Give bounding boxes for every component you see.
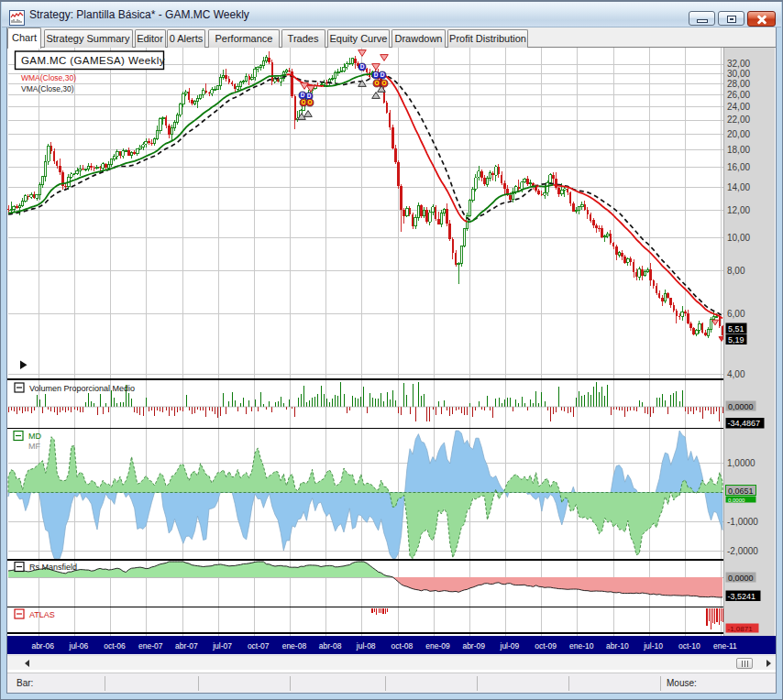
svg-text:0,0000: 0,0000 xyxy=(728,402,754,411)
svg-text:24,00: 24,00 xyxy=(727,102,750,112)
svg-text:ene-08: ene-08 xyxy=(282,641,307,651)
svg-text:8,00: 8,00 xyxy=(727,266,745,276)
svg-text:5,19: 5,19 xyxy=(728,335,744,345)
svg-text:O: O xyxy=(301,99,305,105)
svg-text:1,0000: 1,0000 xyxy=(727,458,755,468)
svg-text:-2,0000: -2,0000 xyxy=(727,546,758,556)
svg-text:32,00: 32,00 xyxy=(727,59,750,69)
svg-text:jul-07: jul-07 xyxy=(212,641,232,651)
svg-text:D: D xyxy=(307,93,312,99)
svg-text:O: O xyxy=(381,80,386,86)
svg-text:abr-06: abr-06 xyxy=(31,641,54,651)
svg-text:jul-10: jul-10 xyxy=(643,641,663,651)
svg-text:D: D xyxy=(374,71,379,78)
svg-text:20,00: 20,00 xyxy=(727,129,750,139)
svg-text:jul-06: jul-06 xyxy=(69,641,89,651)
svg-text:6,00: 6,00 xyxy=(727,309,745,319)
svg-text:jul-08: jul-08 xyxy=(356,641,376,651)
svg-text:jul-09: jul-09 xyxy=(500,641,520,651)
svg-text:abr-09: abr-09 xyxy=(462,641,485,651)
svg-text:-34,4867: -34,4867 xyxy=(728,419,761,428)
svg-text:ene-11: ene-11 xyxy=(713,641,737,651)
svg-text:oct-08: oct-08 xyxy=(392,641,414,651)
svg-text:O: O xyxy=(307,99,312,105)
svg-text:oct-09: oct-09 xyxy=(535,641,557,651)
svg-text:ene-10: ene-10 xyxy=(569,641,594,651)
svg-text:ene-07: ene-07 xyxy=(138,641,163,651)
svg-text:4,00: 4,00 xyxy=(727,369,745,379)
svg-text:26,00: 26,00 xyxy=(727,90,750,100)
svg-text:Volumen Proporcional Medio: Volumen Proporcional Medio xyxy=(29,384,135,393)
svg-text:0,0000: 0,0000 xyxy=(728,498,745,503)
svg-text:5,51: 5,51 xyxy=(728,324,744,334)
svg-text:30,00: 30,00 xyxy=(727,69,750,79)
svg-text:10,00: 10,00 xyxy=(727,233,750,243)
svg-text:D: D xyxy=(380,71,385,78)
svg-text:ATLAS: ATLAS xyxy=(29,610,55,619)
svg-text:18,00: 18,00 xyxy=(727,145,750,155)
svg-text:-3,5241: -3,5241 xyxy=(728,592,756,601)
svg-text:12,00: 12,00 xyxy=(727,205,750,215)
svg-text:14,00: 14,00 xyxy=(727,182,750,192)
svg-text:VMA(Close,30): VMA(Close,30) xyxy=(21,84,74,93)
svg-text:ene-09: ene-09 xyxy=(425,641,450,651)
svg-text:22,00: 22,00 xyxy=(727,115,750,125)
svg-text:0,0651: 0,0651 xyxy=(728,487,754,496)
svg-text:oct-10: oct-10 xyxy=(678,641,700,651)
svg-text:Rs Mansfield: Rs Mansfield xyxy=(29,563,77,572)
svg-text:-1,0871: -1,0871 xyxy=(728,625,754,633)
svg-text:oct-07: oct-07 xyxy=(248,641,270,651)
svg-text:O: O xyxy=(374,80,379,86)
svg-text:abr-10: abr-10 xyxy=(606,641,629,651)
svg-text:16,00: 16,00 xyxy=(727,162,750,172)
svg-text:-1,0000: -1,0000 xyxy=(727,517,758,527)
svg-text:abr-08: abr-08 xyxy=(319,641,342,651)
svg-text:MD: MD xyxy=(28,432,41,441)
svg-text:oct-06: oct-06 xyxy=(104,641,126,651)
svg-text:abr-07: abr-07 xyxy=(175,641,198,651)
svg-text:GAM.MC (GAMESA) Weekly: GAM.MC (GAMESA) Weekly xyxy=(21,55,165,66)
svg-text:0,0000: 0,0000 xyxy=(728,574,754,583)
svg-text:D: D xyxy=(360,63,365,70)
svg-text:D: D xyxy=(301,92,305,98)
svg-text:MF: MF xyxy=(28,442,40,451)
svg-text:WMA(Close,30): WMA(Close,30) xyxy=(21,73,76,82)
svg-text:28,00: 28,00 xyxy=(727,79,750,89)
